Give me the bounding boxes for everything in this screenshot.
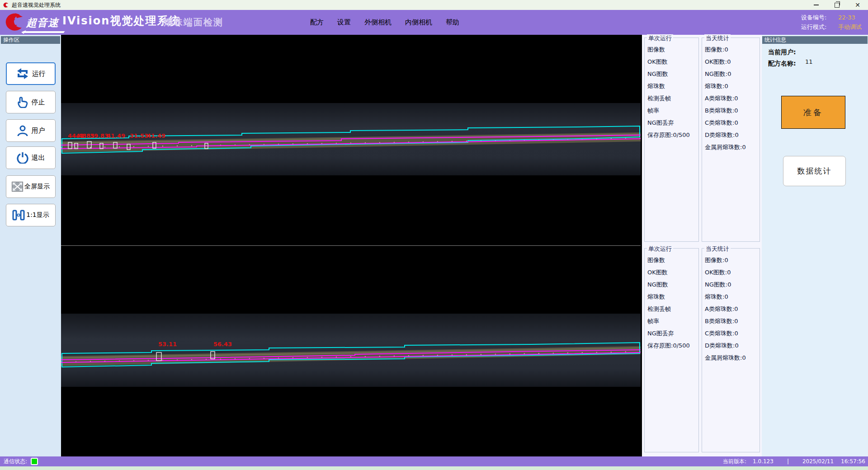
- brand-logo: 超音速: [2, 12, 59, 33]
- measurement-label: 53.11: [158, 341, 177, 348]
- stat-item: 检测丢帧: [647, 92, 698, 104]
- status-separator: |: [787, 458, 789, 465]
- run-mode-value: 手动调试: [838, 22, 862, 32]
- daily-stats-groupbox: 当天统计 图像数:0OK图数:0NG图数:0熔珠数:0A类熔珠数:0B类熔珠数:…: [702, 248, 760, 452]
- stat-item: NG图数:0: [705, 68, 760, 80]
- minimize-button[interactable]: [806, 0, 826, 10]
- window-titlebar: 超音速视觉处理系统 ✕: [0, 0, 868, 10]
- menu-item-recipe[interactable]: 配方: [309, 17, 325, 28]
- stop-button[interactable]: 停止: [6, 91, 56, 113]
- brand-name: 超音速: [26, 16, 59, 30]
- groupbox-title: 单次运行: [647, 245, 673, 253]
- outer-camera-view: 44.48 41.85 39.83 41.49 31.53 41.49: [61, 35, 641, 245]
- device-number-label: 设备编号:: [801, 13, 838, 22]
- menu-item-help[interactable]: 帮助: [444, 17, 461, 28]
- stat-item: 保存原图:0/500: [647, 339, 698, 352]
- stat-item: D类熔珠数:0: [705, 339, 760, 352]
- info-panel-caption: 统计信息: [762, 36, 868, 44]
- one-to-one-button-label: 1:1显示: [26, 211, 49, 219]
- single-run-groupbox: 单次运行 图像数OK图数NG图数熔珠数检测丢帧帧率NG图丢弃保存原图:0/500: [644, 38, 699, 242]
- outer-camera-overlay: [61, 35, 641, 245]
- stat-item: OK图数:0: [705, 266, 760, 278]
- stat-item: 熔珠数: [647, 80, 698, 92]
- run-button[interactable]: 运行: [6, 62, 56, 85]
- groupbox-title: 单次运行: [647, 34, 673, 42]
- sidebar-caption: 操作区: [1, 36, 60, 44]
- stat-item: B类熔珠数:0: [705, 104, 760, 117]
- menu-item-settings[interactable]: 设置: [336, 17, 352, 28]
- measurement-label: 56.43: [213, 341, 232, 348]
- camera-display-column: 44.48 41.85 39.83 41.49 31.53 41.49: [61, 35, 642, 456]
- stat-item: C类熔珠数:0: [705, 327, 760, 339]
- stat-item: 熔珠数:0: [705, 80, 760, 92]
- stat-item: 金属屑熔珠数:0: [705, 352, 760, 364]
- current-user-label: 当前用户:: [768, 48, 796, 56]
- version-value: 1.0.123: [753, 458, 774, 465]
- one-to-one-button[interactable]: 1:1显示: [6, 204, 56, 226]
- app-logo-icon: [2, 2, 9, 9]
- user-button[interactable]: 用户: [6, 119, 56, 142]
- stat-item: 图像数:0: [705, 254, 760, 266]
- one-to-one-icon: [12, 209, 25, 221]
- groupbox-title: 当天统计: [704, 245, 731, 253]
- statistics-info-panel: 统计信息 当前用户: 配方名称: 11 准备 数据统计: [762, 35, 868, 456]
- status-bar-right: 当前版本: 1.0.123 | 2025/02/11 16:57:56: [723, 458, 865, 465]
- stat-item: 检测丢帧: [647, 303, 698, 315]
- single-run-groupbox: 单次运行 图像数OK图数NG图数熔珠数检测丢帧帧率NG图丢弃保存原图:0/500: [644, 248, 699, 452]
- main-area: 操作区 运行 停止: [0, 35, 868, 456]
- stat-item: NG图丢弃: [647, 117, 698, 129]
- ready-button[interactable]: 准备: [781, 96, 845, 129]
- measurement-label: 39.83: [90, 132, 108, 139]
- stat-item: NG图数: [647, 68, 698, 80]
- daily-stats-items: 图像数:0OK图数:0NG图数:0熔珠数:0A类熔珠数:0B类熔珠数:0C类熔珠…: [702, 249, 760, 364]
- single-run-items: 图像数OK图数NG图数熔珠数检测丢帧帧率NG图丢弃保存原图:0/500: [645, 249, 698, 352]
- stat-item: 图像数: [647, 254, 698, 266]
- close-button[interactable]: ✕: [847, 0, 868, 10]
- close-icon: ✕: [855, 2, 860, 8]
- measurement-label: 41.49: [147, 132, 165, 139]
- stop-hand-icon: [17, 96, 28, 108]
- device-number-value: 22-33: [838, 13, 855, 22]
- restore-button[interactable]: [826, 0, 847, 10]
- inner-camera-overlay: [61, 246, 641, 456]
- stat-item: NG图数: [647, 278, 698, 291]
- fullscreen-button[interactable]: 全屏显示: [6, 175, 56, 198]
- single-run-items: 图像数OK图数NG图数熔珠数检测丢帧帧率NG图丢弃保存原图:0/500: [645, 38, 698, 141]
- menu-item-outer-camera[interactable]: 外侧相机: [363, 17, 393, 28]
- fullscreen-button-label: 全屏显示: [24, 183, 50, 191]
- stat-item: 图像数: [647, 43, 698, 56]
- run-button-label: 运行: [32, 70, 46, 78]
- exit-button[interactable]: 退出: [6, 146, 56, 169]
- version-label: 当前版本:: [723, 458, 746, 465]
- comm-status-label: 通信状态:: [4, 458, 27, 465]
- comm-status-indicator: [31, 458, 38, 465]
- stat-item: D类熔珠数:0: [705, 129, 760, 141]
- menu-item-inner-camera[interactable]: 内侧相机: [404, 17, 434, 28]
- stats-section-outer: 单次运行 图像数OK图数NG图数熔珠数检测丢帧帧率NG图丢弃保存原图:0/500…: [642, 35, 762, 245]
- stat-item: 图像数:0: [705, 43, 760, 56]
- daily-stats-items: 图像数:0OK图数:0NG图数:0熔珠数:0A类熔珠数:0B类熔珠数:0C类熔珠…: [702, 38, 760, 153]
- stats-column: 单次运行 图像数OK图数NG图数熔珠数检测丢帧帧率NG图丢弃保存原图:0/500…: [642, 35, 762, 456]
- stat-item: 熔珠数:0: [705, 291, 760, 303]
- stop-button-label: 停止: [32, 98, 45, 107]
- run-loop-icon: [16, 68, 29, 80]
- app-subtitle: 熔珠端面检测: [164, 16, 223, 28]
- stat-item: 帧率: [647, 104, 698, 117]
- stat-item: B类熔珠数:0: [705, 315, 760, 327]
- minimize-icon: [814, 5, 819, 5]
- stat-item: NG图数:0: [705, 278, 760, 291]
- recipe-name-label: 配方名称:: [768, 60, 796, 68]
- stat-item: 金属屑熔珠数:0: [705, 141, 760, 153]
- stat-item: C类熔珠数:0: [705, 117, 760, 129]
- status-bar: 通信状态: 当前版本: 1.0.123 | 2025/02/11 16:57:5…: [0, 456, 868, 466]
- main-menu: 配方 设置 外侧相机 内侧相机 帮助: [309, 10, 461, 35]
- groupbox-title: 当天统计: [704, 34, 731, 42]
- header-info: 设备编号: 22-33 运行模式: 手动调试: [801, 13, 862, 32]
- fullscreen-icon: [12, 182, 23, 192]
- window-controls: ✕: [806, 0, 868, 10]
- status-time: 16:57:56: [841, 458, 865, 465]
- stat-item: OK图数: [647, 266, 698, 278]
- app-header: 超音速 IVision视觉处理系统 熔珠端面检测 配方 设置 外侧相机 内侧相机…: [0, 10, 868, 35]
- data-statistics-button[interactable]: 数据统计: [783, 156, 846, 186]
- stat-item: OK图数: [647, 56, 698, 68]
